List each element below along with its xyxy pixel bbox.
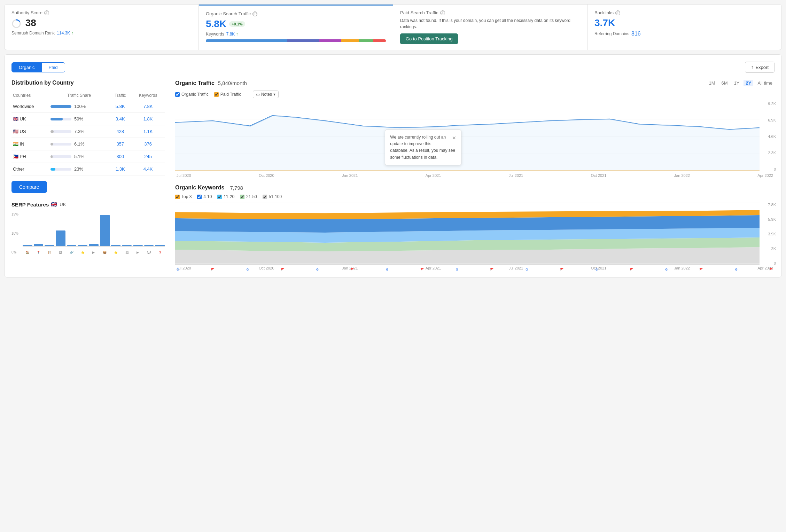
serp-bar	[100, 215, 110, 246]
keywords-legend-item: 21-50	[240, 194, 257, 199]
backlinks-label: Backlinks ⓘ	[594, 10, 775, 15]
keywords-legend-item: 51-100	[263, 194, 282, 199]
serp-icon: 🔗	[67, 251, 77, 254]
flag-icon: 🚩	[699, 268, 703, 271]
label-text: Organic Search Traffic	[206, 11, 251, 16]
traffic-x-labels: Jul 2020Oct 2020Jan 2021Apr 2021Jul 2021…	[175, 173, 775, 178]
tooltip-close-button[interactable]: ✕	[452, 134, 456, 142]
organic-paid-tabs: Organic Paid	[11, 62, 65, 72]
country-name: 🇮🇳 IN	[11, 138, 49, 150]
google-icon: G	[316, 268, 319, 271]
google-icon: G	[246, 268, 249, 271]
table-row: 🇵🇭 PH 5.1% 300 245	[11, 150, 165, 163]
kw-checkbox[interactable]	[240, 195, 244, 199]
export-icon: ↑	[751, 64, 753, 70]
organic-search-label: Organic Search Traffic ⓘ	[206, 11, 386, 16]
paid-checkbox[interactable]	[214, 92, 219, 97]
keywords-distribution-bar	[206, 39, 386, 42]
table-row: 🇮🇳 IN 6.1% 357 376	[11, 138, 165, 150]
kw-checkbox[interactable]	[217, 195, 222, 199]
x-label: Jul 2021	[509, 173, 523, 178]
time-filter-button[interactable]: 1M	[707, 80, 717, 86]
time-filter-button[interactable]: All time	[755, 80, 775, 86]
kw-checkbox[interactable]	[175, 195, 180, 199]
kw-checkbox[interactable]	[263, 195, 267, 199]
organic-tab[interactable]: Organic	[12, 63, 42, 72]
traffic-amount: 5,840/month	[218, 80, 247, 86]
col-traffic: Traffic	[109, 91, 131, 100]
main-content-section: Organic Paid ↑ Export Distribution by Co…	[4, 54, 782, 277]
keywords-section: Organic Keywords 7,798 Top 34-1011-2021-…	[175, 185, 775, 270]
label-text: Paid Search Traffic	[400, 10, 438, 15]
col-countries: Countries	[11, 91, 49, 100]
country-table: Countries Traffic Share Traffic Keywords…	[11, 91, 165, 175]
serp-icon: 💬	[144, 251, 154, 254]
time-filter-button[interactable]: 6M	[719, 80, 730, 86]
serp-icon: ⭐	[111, 251, 121, 254]
country-name: Other	[11, 163, 49, 175]
export-button[interactable]: ↑ Export	[745, 62, 775, 73]
serp-flag: 🇬🇧	[51, 201, 57, 208]
flag-icon: 🚩	[281, 268, 285, 271]
legend-separator	[247, 91, 247, 98]
traffic-share-cell: 59%	[49, 113, 109, 125]
google-icon: G	[735, 268, 738, 271]
backlinks-info-icon[interactable]: ⓘ	[615, 10, 620, 15]
paid-search-notice: Data was not found. If this is your doma…	[400, 17, 580, 30]
keywords-y-labels: 7.8K 5.9K 3.9K 2K 0	[768, 203, 776, 265]
table-row: 🇬🇧 UK 59% 3.4K 1.8K	[11, 113, 165, 125]
notes-button[interactable]: ▭ Notes ▾	[253, 91, 279, 98]
paid-info-icon[interactable]: ⓘ	[440, 10, 445, 15]
paid-tab[interactable]: Paid	[42, 63, 65, 72]
label-text: Backlinks	[594, 10, 614, 15]
time-filter-button[interactable]: 1Y	[732, 80, 742, 86]
serp-bar	[133, 245, 143, 246]
backlinks-value: 3.7K	[594, 17, 775, 29]
serp-bar	[56, 230, 65, 246]
traffic-title: Organic Traffic	[175, 80, 215, 86]
country-name: 🇺🇸 US	[11, 125, 49, 138]
serp-bar	[144, 245, 154, 246]
notes-icon: ▭	[256, 92, 260, 97]
traffic-share-cell: 6.1%	[49, 138, 109, 150]
left-panel: Distribution by Country Countries Traffi…	[11, 80, 165, 270]
time-filter-button[interactable]: 2Y	[744, 80, 753, 86]
x-label: Apr 2021	[426, 173, 441, 178]
compare-button[interactable]: Compare	[11, 181, 47, 193]
kw-legend-label: 11-20	[224, 194, 234, 199]
organic-info-icon[interactable]: ⓘ	[252, 11, 257, 16]
flag-icon: 🚩	[769, 268, 773, 271]
authority-info-icon[interactable]: ⓘ	[44, 10, 49, 15]
serp-chart: 19% 10% 0% 🏠📍📋🖼🔗⭐▶📦⭐🖼▶💬❓	[11, 212, 165, 254]
serp-icon: 🖼	[56, 251, 65, 254]
serp-features-title: SERP Features 🇬🇧 UK	[11, 201, 165, 208]
goto-position-tracking-button[interactable]: Go to Position Tracking	[400, 33, 458, 44]
tabs-row: Organic Paid ↑ Export	[11, 62, 775, 73]
paid-search-label: Paid Search Traffic ⓘ	[400, 10, 580, 15]
organic-search-card: Organic Search Traffic ⓘ 5.8K +0.1% Keyw…	[199, 5, 393, 50]
organic-checkbox[interactable]	[175, 92, 180, 97]
traffic-share-cell: 7.3%	[49, 125, 109, 138]
serp-bar	[122, 245, 132, 246]
x-label: Jul 2020	[177, 173, 191, 178]
export-label: Export	[755, 65, 769, 70]
serp-bar	[67, 245, 77, 246]
authority-score-value: 38	[11, 17, 192, 29]
keywords-chart-svg	[175, 203, 775, 265]
keywords-legend-item: Top 3	[175, 194, 192, 199]
organic-badge: +0.1%	[229, 21, 245, 27]
notes-chevron-icon: ▾	[273, 92, 275, 97]
serp-icons-row: 🏠📍📋🖼🔗⭐▶📦⭐🖼▶💬❓	[23, 251, 165, 254]
col-keywords: Keywords	[131, 91, 165, 100]
table-row: Other 23% 1.3K 4.4K	[11, 163, 165, 175]
backlinks-ref-sub: Referring Domains 816	[594, 31, 775, 37]
keywords-count: 7,798	[230, 185, 243, 191]
authority-score-label: Authority Score ⓘ	[11, 10, 192, 15]
serp-icon: 🖼	[122, 251, 132, 254]
serp-y-labels: 19% 10% 0%	[11, 212, 23, 254]
table-row: Worldwide 100% 5.8K 7.8K	[11, 100, 165, 113]
serp-bar	[89, 244, 99, 246]
flag-icon: 🚩	[211, 268, 215, 271]
kw-checkbox[interactable]	[197, 195, 202, 199]
content-grid: Distribution by Country Countries Traffi…	[11, 80, 775, 270]
